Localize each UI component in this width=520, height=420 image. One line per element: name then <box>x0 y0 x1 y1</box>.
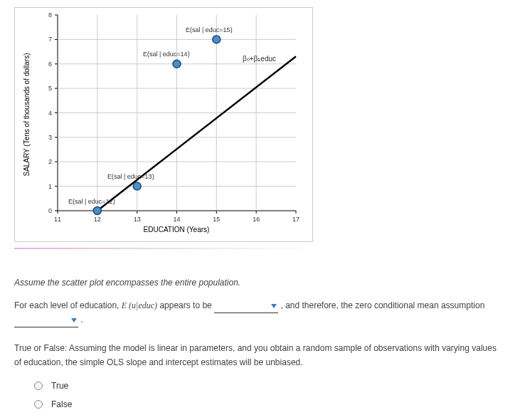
radio-group: True False <box>14 381 506 409</box>
svg-point-48 <box>133 182 141 190</box>
chevron-down-icon <box>271 304 277 308</box>
regression-line <box>97 56 296 211</box>
line-label: β₀+β₁educ <box>243 55 276 63</box>
svg-text:E(sal | educ=12): E(sal | educ=12) <box>68 198 115 205</box>
svg-text:12: 12 <box>94 216 101 223</box>
dropdown-1[interactable] <box>214 299 278 313</box>
data-point: E(sal | educ=12) <box>68 198 115 215</box>
svg-text:0: 0 <box>48 207 52 214</box>
svg-text:E(sal | educ=15): E(sal | educ=15) <box>186 26 233 33</box>
svg-text:8: 8 <box>48 11 52 19</box>
svg-text:17: 17 <box>292 216 299 223</box>
true-false-question: True or False: Assuming the model is lin… <box>14 342 506 369</box>
y-axis-label: SALARY (Tens of thousands of dollars) <box>23 53 31 176</box>
svg-text:4: 4 <box>48 110 52 117</box>
fill-in-question: For each level of education, E (u|educ) … <box>14 299 506 327</box>
svg-text:5: 5 <box>48 85 52 92</box>
fill-mid2: , and therefore, the zero conditional me… <box>280 300 484 310</box>
dropdown-2[interactable] <box>14 313 78 327</box>
fill-mid1: appears to be <box>159 300 214 310</box>
radio-icon <box>34 400 43 409</box>
fill-end: . <box>80 315 83 325</box>
svg-text:2: 2 <box>48 158 52 165</box>
svg-text:16: 16 <box>253 216 260 223</box>
fill-expression: E (u|educ) <box>122 300 157 310</box>
radio-option-false[interactable]: False <box>34 399 506 409</box>
svg-point-50 <box>173 60 181 68</box>
svg-point-52 <box>213 36 221 43</box>
radio-label-false: False <box>51 399 72 409</box>
svg-text:3: 3 <box>48 134 52 141</box>
radio-icon <box>34 382 43 390</box>
divider <box>14 248 313 249</box>
svg-text:1: 1 <box>48 183 52 190</box>
x-axis-label: EDUCATION (Years) <box>144 226 210 233</box>
svg-text:E(sal | educ=14): E(sal | educ=14) <box>143 51 190 58</box>
chart-container: 0 1 2 3 4 5 6 7 8 11 12 13 14 15 16 17 E… <box>14 7 313 242</box>
data-point: E(sal | educ=13) <box>107 173 154 190</box>
data-point: E(sal | educ=15) <box>186 26 233 43</box>
svg-text:6: 6 <box>48 61 52 68</box>
svg-text:7: 7 <box>48 36 52 43</box>
data-point: E(sal | educ=14) <box>143 51 190 68</box>
chevron-down-icon <box>71 318 77 322</box>
svg-text:14: 14 <box>173 216 180 223</box>
svg-text:13: 13 <box>134 216 141 223</box>
svg-point-46 <box>93 207 101 215</box>
svg-text:15: 15 <box>213 216 220 223</box>
radio-option-true[interactable]: True <box>34 381 506 391</box>
assumption-text: Assume the scatter plot encompasses the … <box>14 278 506 288</box>
svg-text:11: 11 <box>54 216 61 223</box>
svg-text:E(sal | educ=13): E(sal | educ=13) <box>107 173 154 180</box>
scatter-chart: 0 1 2 3 4 5 6 7 8 11 12 13 14 15 16 17 E… <box>15 8 312 241</box>
radio-label-true: True <box>51 381 68 391</box>
fill-prefix: For each level of education, <box>14 300 122 310</box>
